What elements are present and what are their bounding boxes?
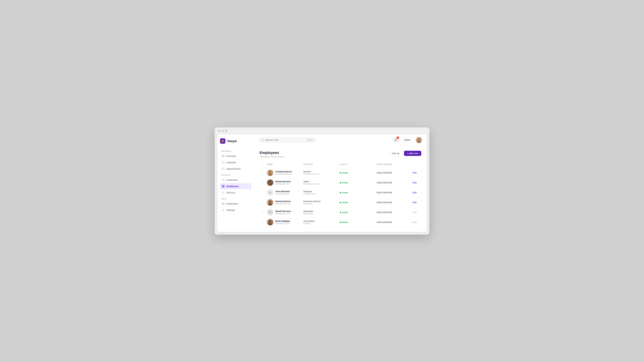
page-header: Employees Add users, edit and more. View… <box>260 150 421 158</box>
traffic-light-close[interactable] <box>218 130 220 132</box>
edit-button[interactable]: Edit <box>412 172 417 174</box>
employee-email: samia@site.com <box>276 202 291 205</box>
employee-name: Brian Halligan <box>276 220 290 222</box>
employee-email: anne@site.com <box>276 193 290 195</box>
app-header: ⌘ + / 2 Share <box>254 134 427 146</box>
svg-rect-24 <box>222 204 223 205</box>
status-cell: Active <box>338 201 375 204</box>
phone-cell: +905123456789 <box>375 211 411 214</box>
position-cell: Seller Branding products <box>302 180 338 185</box>
sidebar-item-services-label: Services <box>226 191 236 194</box>
row-checkbox[interactable] <box>260 191 266 194</box>
table-row[interactable]: Samia Kartoon samia@site.com Executive d… <box>260 198 421 208</box>
position-department: Branding products <box>304 183 337 185</box>
titlebar <box>215 128 429 134</box>
sidebar-item-calendar[interactable]: Calendar <box>220 160 252 166</box>
search-bar[interactable]: ⌘ + / <box>259 137 316 143</box>
sidebar-item-settings[interactable]: Settings <box>220 207 252 213</box>
notification-badge: 2 <box>396 136 399 139</box>
table-row[interactable]: David Harrison david@site.com Seller Bra… <box>260 178 421 188</box>
row-select-checkbox[interactable] <box>261 221 264 224</box>
row-select-checkbox[interactable] <box>261 181 264 184</box>
sidebar-item-employees[interactable]: Employees <box>220 183 252 189</box>
employee-email: christina@site.com <box>276 173 292 175</box>
traffic-light-maximize[interactable] <box>225 130 227 132</box>
sidebar-item-overview[interactable]: Overview <box>220 153 252 159</box>
table-row[interactable]: Brian Halligan brian@site.com Accountant… <box>260 217 421 227</box>
row-checkbox[interactable] <box>260 221 266 224</box>
phone-cell: +905123456789 <box>375 221 411 224</box>
share-button[interactable]: Share <box>401 137 414 143</box>
employee-cell: Christina Bersh christina@site.com <box>266 170 302 176</box>
employee-name: Anne Richard <box>276 190 290 193</box>
notification-button[interactable]: 2 <box>392 137 399 143</box>
th-checkbox <box>260 163 266 166</box>
row-checkbox[interactable] <box>260 211 266 214</box>
other-label: Other <box>221 198 252 200</box>
sidebar: ⚡ Vasyo Main Menu Overview Calendar <box>217 134 254 232</box>
employee-info: Brian Halligan brian@site.com <box>276 220 290 225</box>
employee-cell: Samia Kartoon samia@site.com <box>266 199 302 206</box>
search-input[interactable] <box>265 139 305 141</box>
table-header: NAME POSITION STATUS PHONE NUMBER <box>260 162 421 168</box>
svg-point-33 <box>269 171 271 173</box>
row-checkbox[interactable] <box>260 181 266 184</box>
row-checkbox[interactable] <box>260 201 266 204</box>
traffic-light-minimize[interactable] <box>222 130 224 132</box>
svg-rect-4 <box>222 162 224 164</box>
th-actions <box>411 163 421 166</box>
row-select-checkbox[interactable] <box>261 191 264 194</box>
edit-button[interactable]: Edit <box>412 201 417 204</box>
user-avatar[interactable] <box>416 137 422 143</box>
row-checkbox[interactable] <box>260 171 266 174</box>
edit-cell: Edit <box>411 181 421 184</box>
employee-email: brian@site.com <box>276 222 290 225</box>
edit-button[interactable]: Edit <box>412 221 417 224</box>
table-row[interactable]: Christina Bersh christina@site.com Direc… <box>260 168 421 178</box>
add-user-button[interactable]: + Add user <box>404 151 421 156</box>
edit-button[interactable]: Edit <box>412 191 417 194</box>
svg-point-13 <box>222 179 224 180</box>
position-cell: Developer Mobile app <box>302 210 338 215</box>
row-select-checkbox[interactable] <box>261 211 264 214</box>
settings-icon <box>222 208 225 212</box>
employee-name: Christina Bersh <box>276 170 292 173</box>
position-title: Seller <box>304 180 337 183</box>
sidebar-item-employees2-label: Employees <box>226 202 238 205</box>
logo-text: Vasyo <box>227 139 237 143</box>
app-body: ⚡ Vasyo Main Menu Overview Calendar <box>215 134 429 234</box>
position-title: Designer <box>304 190 337 193</box>
th-position: POSITION <box>302 163 338 166</box>
sidebar-item-calendar-label: Calendar <box>226 161 236 164</box>
sidebar-item-employees2[interactable]: Employees <box>220 201 252 207</box>
svg-rect-8 <box>222 168 224 170</box>
table-row[interactable]: A Anne Richard anne@site.com Designer IT… <box>260 188 421 198</box>
row-select-checkbox[interactable] <box>261 171 264 174</box>
edit-cell: Edit <box>411 171 421 174</box>
position-department: Marketing <box>304 202 337 205</box>
status-dot <box>340 172 341 174</box>
edit-button[interactable]: Edit <box>412 182 417 184</box>
sidebar-item-customers[interactable]: Customers <box>220 177 252 183</box>
sidebar-item-services[interactable]: Services <box>220 190 252 196</box>
sidebar-item-appointments[interactable]: Appointments <box>220 166 252 172</box>
employee-avatar <box>267 219 273 225</box>
position-cell: Executive director Marketing <box>302 200 338 205</box>
row-select-checkbox[interactable] <box>261 201 264 204</box>
table-row[interactable]: D David Harrison david@site.com Develope… <box>260 208 421 217</box>
select-all-checkbox[interactable] <box>261 163 264 166</box>
position-title: Developer <box>304 210 337 212</box>
status-dot <box>340 212 341 213</box>
header-actions: View all + Add user <box>388 150 421 156</box>
search-shortcut: ⌘ + / <box>306 139 314 141</box>
status-dot <box>340 182 341 184</box>
svg-rect-25 <box>224 204 224 205</box>
employees-icon <box>222 185 225 188</box>
page-content: Employees Add users, edit and more. View… <box>254 146 427 232</box>
edit-button[interactable]: Edit <box>412 211 417 214</box>
status-badge: Active <box>340 182 348 184</box>
page-title: Employees <box>260 150 284 155</box>
phone-cell: +905123456789 <box>375 172 411 174</box>
app-window: ⚡ Vasyo Main Menu Overview Calendar <box>215 128 429 234</box>
view-all-button[interactable]: View all <box>388 150 402 156</box>
